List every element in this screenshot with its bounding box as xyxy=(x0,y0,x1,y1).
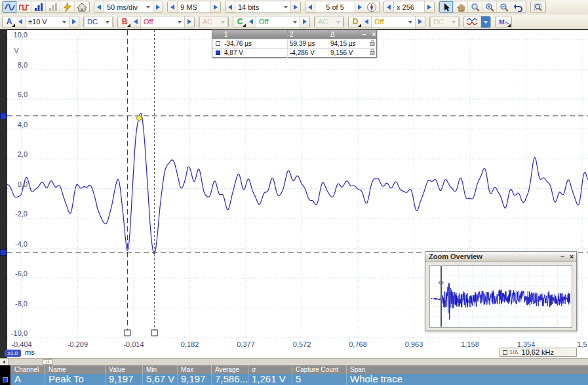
zoom-factor-increase-button[interactable] xyxy=(425,1,434,12)
timebase-increase-button[interactable] xyxy=(153,1,163,12)
left-arrow-icon xyxy=(308,5,312,10)
samples-decrease-button[interactable] xyxy=(168,1,177,12)
channel-a-range-down-button[interactable] xyxy=(16,16,25,28)
pan-tool-button[interactable] xyxy=(454,1,468,12)
cursor-values-panel[interactable]: 1 2 Δ – × -34,76 µs 59,39 µs 94,15 µs 4,… xyxy=(212,30,377,58)
measurement-header-cell: Span xyxy=(346,365,588,374)
y-axis-tick: 0,0 xyxy=(5,180,28,188)
channel-b-range-combo[interactable]: Off xyxy=(140,16,185,28)
persistence-view-button[interactable] xyxy=(31,1,46,12)
channel-c-button[interactable]: C xyxy=(233,16,246,28)
buffer-previous-button[interactable] xyxy=(305,1,315,12)
measurement-value-cell: 9,197 V xyxy=(105,374,142,385)
channel-b-range-down-button[interactable] xyxy=(131,16,140,28)
samples-increase-button[interactable] xyxy=(211,1,220,12)
buffer-navigation-group: 5 of 5 xyxy=(305,1,380,13)
horizontal-scrollbar[interactable] xyxy=(0,358,588,365)
timebase-combo[interactable]: 50 ms/div xyxy=(104,1,153,12)
channel-c-range-value: Off xyxy=(259,18,268,26)
channel-d-coupling-combo[interactable]: DC xyxy=(430,16,459,28)
channel-a-range-combo[interactable]: ±10 V xyxy=(25,16,69,28)
undo-zoom-button[interactable] xyxy=(511,1,526,12)
channel-d-range-up-button[interactable] xyxy=(416,16,425,28)
x-scale-badge: x1.0 xyxy=(5,350,21,357)
zoom-factor-field[interactable]: x 256 xyxy=(393,1,425,12)
zoom-out-tool-button[interactable] xyxy=(497,1,511,12)
zoom-overview-button[interactable] xyxy=(531,1,545,12)
math-channels-button[interactable]: M xyxy=(496,16,511,28)
zoom-factor-decrease-button[interactable] xyxy=(384,1,393,12)
voltage-cursor-2-handle[interactable] xyxy=(0,249,7,256)
channel-a-coupling-combo[interactable]: DC xyxy=(84,16,113,28)
resolution-decrease-button[interactable] xyxy=(225,1,235,12)
zoom-overview-titlebar[interactable]: Zoom Overview – × xyxy=(425,252,576,262)
buffer-navigator-button[interactable] xyxy=(364,1,379,12)
time-cursor-2-handle[interactable] xyxy=(151,330,157,336)
buffer-position-field[interactable]: 5 of 5 xyxy=(315,1,355,12)
channel-d-range-down-button[interactable] xyxy=(362,16,371,28)
left-arrow-icon xyxy=(18,19,22,24)
channel-c-range-down-button[interactable] xyxy=(246,16,256,28)
measurements-header-row: ChannelNameValueMinMaxAverageσCapture Co… xyxy=(10,365,588,374)
channel-c-range-combo[interactable]: Off xyxy=(256,16,300,28)
measurement-row[interactable]: APeak To Peak9,197 V5,67 V9,197 V7,586..… xyxy=(10,374,588,385)
resolution-combo[interactable]: 14 bits xyxy=(235,1,291,12)
xy-dropdown-button[interactable] xyxy=(481,16,490,28)
sine-wave-icon xyxy=(5,3,15,12)
zoom-in-tool-button[interactable] xyxy=(482,1,497,12)
measurement-header-cell: Max xyxy=(177,365,211,374)
scrollbar-left-button[interactable] xyxy=(0,359,9,365)
lock-cell[interactable] xyxy=(358,39,376,49)
cursor-panel-header[interactable]: 1 2 Δ – × xyxy=(212,30,376,39)
close-icon[interactable]: × xyxy=(368,30,378,39)
zoom-overview-window[interactable]: Zoom Overview – × xyxy=(425,251,577,331)
y-axis-tick: -10,0 xyxy=(5,329,28,337)
zoom-overview-plot[interactable] xyxy=(429,265,572,328)
right-arrow-icon xyxy=(427,5,431,10)
chevron-down-icon xyxy=(221,21,225,26)
left-arrow-icon xyxy=(228,5,232,10)
spectrum-view-button[interactable] xyxy=(17,1,31,12)
minimize-button[interactable]: – xyxy=(558,253,567,260)
corner-menu-icon xyxy=(127,24,130,27)
channel-d-range-combo[interactable]: Off xyxy=(371,16,416,28)
zoom-box-tool-button[interactable] xyxy=(468,1,482,12)
channel-a-range-up-button[interactable] xyxy=(69,16,79,28)
select-tool-button[interactable] xyxy=(439,1,454,12)
time-cursor-1-handle[interactable] xyxy=(125,330,130,336)
minimize-button[interactable]: – xyxy=(358,30,368,39)
main-toolbar: 50 ms/div 9 MS 14 bits 5 of 5 x 256 xyxy=(0,0,588,14)
cursor-handle-strip xyxy=(0,30,7,358)
measurement-value-cell: 5 xyxy=(292,374,346,385)
channel-c-range-up-button[interactable] xyxy=(300,16,309,28)
channel-b-coupling-combo[interactable]: AC xyxy=(199,16,228,28)
channel-c-coupling-combo[interactable]: AC xyxy=(315,16,343,28)
histogram-view-button[interactable] xyxy=(46,1,60,12)
lock-icon xyxy=(370,39,375,46)
magnifier-plus-icon xyxy=(485,3,494,12)
resolution-increase-button[interactable] xyxy=(291,1,300,12)
chevron-down-icon xyxy=(178,21,182,26)
close-icon[interactable]: × xyxy=(567,253,576,260)
channel-b-range-up-button[interactable] xyxy=(185,16,194,28)
voltage-cursor-1-handle[interactable] xyxy=(0,113,7,119)
zoom-overview-canvas xyxy=(430,266,572,327)
channel-b-button[interactable]: B xyxy=(118,16,131,28)
scope-view-button[interactable] xyxy=(3,1,17,12)
buffer-next-button[interactable] xyxy=(355,1,364,12)
xy-waveform-button[interactable] xyxy=(464,16,481,28)
x-axis-unit: ms xyxy=(25,348,35,356)
channel-a-button[interactable]: A xyxy=(3,16,16,28)
scrollbar-thumb[interactable] xyxy=(43,359,52,365)
measurement-header-cell: Min xyxy=(142,365,177,374)
right-arrow-icon xyxy=(72,19,76,24)
samples-field[interactable]: 9 MS xyxy=(177,1,211,12)
channel-d-button[interactable]: D xyxy=(349,16,362,28)
auto-setup-button[interactable] xyxy=(60,1,75,12)
timebase-decrease-button[interactable] xyxy=(94,1,104,12)
cursor-frequency-readout: 1/Δ 10,62 kHz xyxy=(500,348,577,357)
chevron-down-icon xyxy=(146,6,150,10)
y-axis-tick: 2,0 xyxy=(5,150,28,158)
home-button[interactable] xyxy=(75,1,89,12)
lock-cell[interactable] xyxy=(358,49,376,58)
